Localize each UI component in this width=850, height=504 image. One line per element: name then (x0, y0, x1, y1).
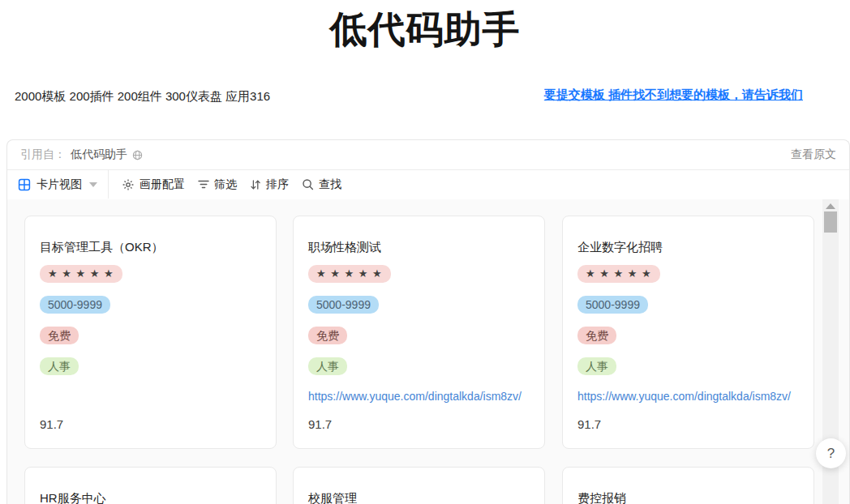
category-badge: 人事 (40, 357, 79, 375)
category-badge: 人事 (308, 357, 347, 375)
rating-badge: ★ ★ ★ ★ ★ (308, 265, 391, 283)
sort-label: 排序 (266, 177, 289, 192)
card-gallery: 目标管理工具（OKR） ★ ★ ★ ★ ★ 5000-9999 免费 人事 91… (7, 199, 849, 504)
users-range-badge: 5000-9999 (577, 296, 648, 314)
embed-container: 引用自： 低代码助手 查看原文 卡片视图 (6, 139, 850, 504)
stats-text: 2000模板 200插件 200组件 300仪表盘 应用316 (15, 89, 270, 105)
card-title: 费控报销 (577, 490, 799, 504)
view-switcher-button[interactable]: 卡片视图 (7, 170, 109, 199)
toolbar: 卡片视图 画册配置 筛选 (7, 169, 849, 199)
card-url-link[interactable]: https://www.yuque.com/dingtalkda/ism8zv/ (577, 389, 799, 404)
price-badge: 免费 (308, 327, 347, 344)
submit-template-link[interactable]: 要提交模板 插件找不到想要的模板，请告诉我们 (544, 88, 803, 103)
gear-icon (122, 178, 135, 191)
card-score: 91.7 (40, 417, 261, 431)
view-original-link[interactable]: 查看原文 (791, 147, 836, 162)
search-icon (302, 178, 314, 190)
card-title: HR服务中心 (40, 490, 261, 504)
card-title: 企业数字化招聘 (577, 239, 799, 255)
view-switcher-label: 卡片视图 (36, 177, 82, 192)
globe-icon (132, 150, 143, 160)
category-badge: 人事 (577, 357, 616, 375)
card-title: 职场性格测试 (308, 239, 530, 255)
source-name-label: 低代码助手 (71, 147, 127, 162)
album-config-button[interactable]: 画册配置 (122, 177, 185, 192)
price-badge: 免费 (577, 327, 616, 344)
page-title: 低代码助手 (0, 5, 850, 55)
rating-badge: ★ ★ ★ ★ ★ (577, 265, 660, 283)
template-card[interactable]: 校服管理 (293, 467, 545, 504)
source-prefix-label: 引用自： (20, 147, 66, 162)
card-url-link[interactable]: https://www.yuque.com/dingtalkda/ism8zv/ (308, 389, 530, 404)
question-mark-icon: ? (827, 446, 835, 462)
scrollbar-thumb[interactable] (824, 211, 837, 233)
template-card[interactable]: HR服务中心 (24, 467, 277, 504)
filter-label: 筛选 (214, 177, 237, 192)
rating-badge: ★ ★ ★ ★ ★ (40, 265, 122, 283)
embed-header: 引用自： 低代码助手 查看原文 (7, 140, 849, 169)
users-range-badge: 5000-9999 (40, 296, 110, 314)
help-button[interactable]: ? (816, 438, 846, 468)
template-card[interactable]: 费控报销 (562, 467, 814, 504)
card-url-link (40, 389, 261, 404)
users-range-badge: 5000-9999 (308, 296, 379, 314)
card-view-icon (18, 178, 31, 191)
card-score: 91.7 (577, 417, 799, 431)
sort-icon (250, 179, 261, 190)
page: 低代码助手 2000模板 200插件 200组件 300仪表盘 应用316 要提… (0, 0, 850, 504)
sort-button[interactable]: 排序 (250, 177, 289, 192)
template-card[interactable]: 职场性格测试 ★ ★ ★ ★ ★ 5000-9999 免费 人事 https:/… (293, 216, 545, 449)
filter-button[interactable]: 筛选 (198, 177, 237, 192)
template-card[interactable]: 目标管理工具（OKR） ★ ★ ★ ★ ★ 5000-9999 免费 人事 91… (24, 216, 277, 449)
search-label: 查找 (319, 177, 341, 192)
card-title: 校服管理 (308, 490, 530, 504)
album-config-label: 画册配置 (140, 177, 185, 192)
chevron-down-icon (89, 182, 97, 187)
scroll-up-arrow-icon[interactable] (826, 203, 835, 209)
filter-icon (198, 179, 209, 190)
card-score: 91.7 (308, 417, 530, 431)
template-card[interactable]: 企业数字化招聘 ★ ★ ★ ★ ★ 5000-9999 免费 人事 https:… (562, 216, 814, 449)
card-title: 目标管理工具（OKR） (40, 239, 261, 255)
search-button[interactable]: 查找 (302, 177, 341, 192)
price-badge: 免费 (40, 327, 79, 344)
